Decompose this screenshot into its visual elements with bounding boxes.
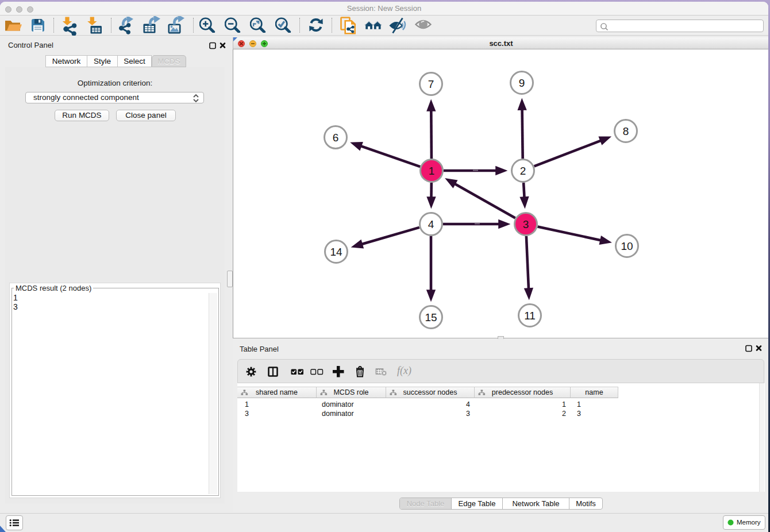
svg-text:15: 15 [425, 311, 437, 323]
svg-text:2: 2 [520, 165, 526, 177]
svg-text:10: 10 [621, 240, 633, 252]
svg-text:7: 7 [428, 78, 434, 90]
svg-text:1: 1 [429, 165, 435, 177]
svg-text:9: 9 [519, 77, 525, 89]
svg-text:4: 4 [428, 218, 434, 230]
svg-text:11: 11 [524, 310, 536, 322]
svg-text:8: 8 [623, 125, 629, 137]
svg-text:6: 6 [333, 132, 339, 144]
svg-text:3: 3 [523, 218, 529, 230]
svg-text:14: 14 [330, 246, 342, 258]
